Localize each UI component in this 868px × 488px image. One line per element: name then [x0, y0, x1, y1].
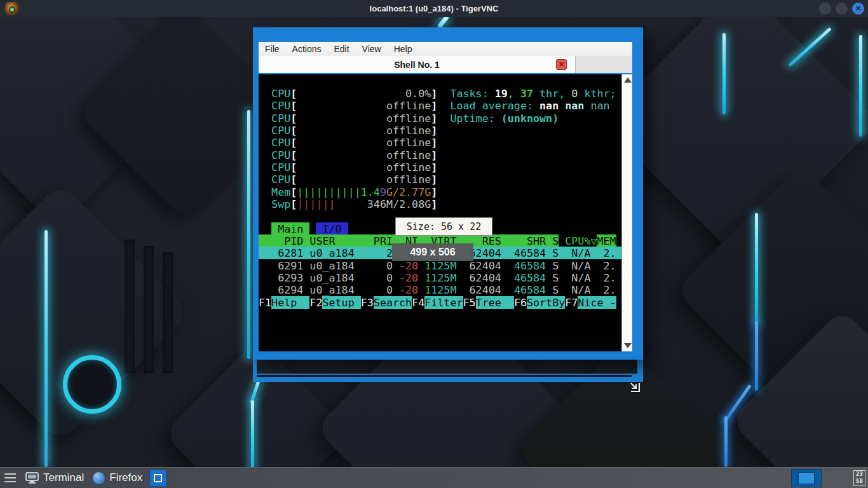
terminal-line: CPU[ offline]	[259, 149, 621, 161]
taskbar-terminal-label: Terminal	[43, 471, 84, 484]
circuit-trace	[247, 110, 250, 359]
circuit-ring	[63, 355, 121, 414]
terminal-scrollbar[interactable]	[621, 74, 632, 351]
firefox-icon	[93, 472, 105, 484]
circuit-groove	[125, 240, 135, 373]
applications-menu-icon[interactable]	[4, 473, 16, 482]
workspace-pager[interactable]	[791, 469, 822, 487]
active-window-button[interactable]	[149, 470, 166, 487]
terminal-line: CPU[ offline]	[259, 125, 621, 137]
terminal-screen[interactable]: CPU[ 0.0%] Tasks: 19, 37 thr, 0 kthr; CP…	[259, 74, 621, 351]
terminal-line: CPU[ 0.0%] Tasks: 19, 37 thr, 0 kthr;	[259, 88, 621, 100]
size-tooltip: Size: 56 x 22	[395, 217, 492, 236]
menu-item-edit[interactable]: Edit	[327, 44, 355, 54]
menu-item-actions[interactable]: Actions	[286, 44, 328, 54]
window-controls: ✕	[819, 3, 864, 15]
tigervnc-icon	[5, 2, 18, 15]
scroll-down-icon[interactable]	[624, 343, 632, 348]
terminal-line: CPU[ offline]	[259, 173, 621, 186]
maximize-button[interactable]	[836, 3, 848, 15]
tab-title: Shell No. 1	[394, 60, 440, 70]
terminal-line: F1Help F2Setup F3SearchF4FilterF5Tree F6…	[259, 297, 621, 309]
terminal-line: Swp[|||||| 346M/2.08G]	[259, 198, 621, 210]
terminal-line: Mem[||||||||||1.49G/2.77G]	[259, 186, 621, 198]
terminal-line: CPU[ offline]	[259, 137, 621, 149]
window-resize-outline-shadow	[257, 375, 632, 377]
close-icon[interactable]: ✕	[852, 3, 864, 15]
tab-shell-1[interactable]: Shell No. 1 ✕	[259, 56, 576, 73]
circuit-groove	[163, 252, 173, 373]
terminal-line: 6294 u0_a184 0 -20 1125M 62404 46584 S N…	[259, 284, 621, 296]
dimensions-tooltip: 499 x 506	[392, 243, 473, 261]
circuit-trace	[251, 400, 254, 467]
circuit-trace	[859, 35, 862, 137]
workspace-1	[798, 472, 815, 484]
circuit-trace	[755, 213, 758, 324]
terminal-line: CPU[ offline] Load average: nan nan nan	[259, 100, 621, 112]
menu-item-help[interactable]: Help	[388, 44, 419, 54]
scroll-up-icon[interactable]	[624, 78, 632, 83]
window-icon	[154, 474, 162, 482]
terminal-line: 6293 u0_a184 0 -20 1125M 62404 46584 S N…	[259, 272, 621, 284]
circuit-trace	[755, 321, 758, 391]
terminal-monitor-icon	[25, 472, 39, 484]
menu-item-view[interactable]: View	[356, 44, 388, 54]
minimize-button[interactable]	[819, 3, 831, 15]
terminal-window[interactable]: FileActionsEditViewHelp Shell No. 1 ✕ CP…	[253, 27, 643, 360]
clock-hours: 23	[854, 471, 865, 478]
terminal-line: 6291 u0_a184 0 -20 1125M 62404 46584 S N…	[259, 260, 621, 272]
taskbar-item-firefox[interactable]: Firefox	[88, 468, 147, 488]
circuit-trace	[722, 33, 726, 114]
tab-close-icon[interactable]: ✕	[556, 59, 567, 70]
terminal-line: CPU[ offline] Uptime: (unknown)	[259, 112, 621, 125]
menu-item-file[interactable]: File	[259, 44, 286, 54]
taskbar-item-terminal[interactable]: Terminal	[21, 468, 88, 488]
terminal-line: CPU[ offline]	[259, 161, 621, 173]
clock-minutes: 58	[854, 478, 865, 485]
circuit-trace	[44, 230, 48, 467]
circuit-groove	[144, 246, 154, 373]
circuit-trace	[724, 416, 728, 467]
taskbar: Terminal Firefox 23 58	[0, 467, 868, 488]
resize-grip-icon[interactable]	[629, 381, 643, 395]
vnc-window-title: localhost:1 (u0_a184) - TigerVNC	[0, 4, 868, 13]
vnc-titlebar: localhost:1 (u0_a184) - TigerVNC ✕	[0, 0, 868, 17]
menu-bar: FileActionsEditViewHelp	[259, 42, 632, 56]
taskbar-firefox-label: Firefox	[109, 471, 142, 484]
clock: 23 58	[853, 470, 865, 486]
tab-bar: Shell No. 1 ✕	[259, 56, 632, 73]
